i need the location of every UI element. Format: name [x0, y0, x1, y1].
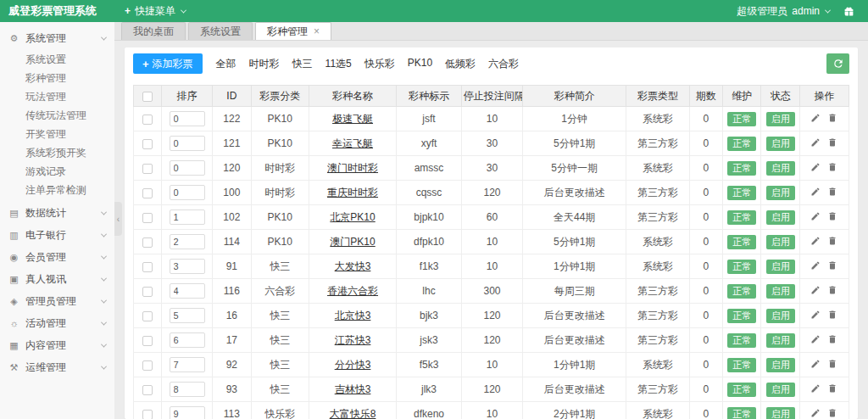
row-checkbox[interactable] [142, 262, 153, 272]
lottery-name-link[interactable]: 幸运飞艇 [332, 137, 373, 149]
status-badge[interactable]: 启用 [766, 383, 795, 397]
edit-icon[interactable] [810, 137, 821, 150]
edit-icon[interactable] [810, 310, 821, 322]
edit-icon[interactable] [810, 359, 821, 372]
sort-input[interactable] [170, 406, 205, 419]
row-checkbox[interactable] [142, 237, 153, 248]
sort-input[interactable] [170, 283, 205, 299]
row-checkbox[interactable] [142, 385, 153, 395]
sidebar-section-ops[interactable]: ⚒运维管理 [0, 356, 114, 378]
row-checkbox[interactable] [142, 287, 153, 297]
sidebar-section-content[interactable]: ▦内容管理 [0, 334, 114, 356]
sort-input[interactable] [170, 111, 205, 126]
edit-icon[interactable] [810, 162, 821, 175]
sidebar-item[interactable]: 游戏记录 [0, 162, 114, 181]
sidebar-section-chart[interactable]: ▤数据统计 [0, 202, 114, 224]
row-checkbox[interactable] [142, 311, 153, 321]
row-checkbox[interactable] [142, 188, 153, 198]
status-badge[interactable]: 启用 [766, 186, 795, 200]
edit-icon[interactable] [810, 383, 821, 396]
delete-icon[interactable] [827, 236, 837, 249]
edit-icon[interactable] [810, 211, 821, 224]
maintain-badge[interactable]: 正常 [727, 309, 756, 323]
sort-input[interactable] [170, 136, 205, 151]
sidebar-item[interactable]: 传统玩法管理 [0, 106, 114, 125]
status-badge[interactable]: 启用 [766, 235, 795, 249]
filter-link[interactable]: 时时彩 [249, 57, 280, 71]
delete-icon[interactable] [827, 162, 837, 175]
sidebar-collapse-handle[interactable]: ‹ [114, 202, 122, 236]
lottery-name-link[interactable]: 香港六合彩 [327, 285, 378, 297]
maintain-badge[interactable]: 正常 [727, 260, 756, 274]
user-menu[interactable]: 超级管理员 admin [737, 4, 830, 19]
maintain-badge[interactable]: 正常 [727, 137, 756, 151]
maintain-badge[interactable]: 正常 [727, 358, 756, 372]
lottery-name-link[interactable]: 重庆时时彩 [327, 187, 378, 198]
edit-icon[interactable] [810, 236, 821, 249]
maintain-badge[interactable]: 正常 [727, 407, 756, 419]
row-checkbox[interactable] [142, 213, 153, 223]
filter-link[interactable]: 六合彩 [488, 57, 519, 71]
lottery-name-link[interactable]: 澳门时时彩 [327, 162, 378, 174]
delete-icon[interactable] [827, 383, 837, 396]
filter-link[interactable]: PK10 [408, 57, 432, 71]
edit-icon[interactable] [810, 285, 821, 298]
delete-icon[interactable] [827, 113, 837, 126]
status-badge[interactable]: 启用 [766, 407, 795, 419]
filter-link[interactable]: 低频彩 [445, 57, 476, 71]
delete-icon[interactable] [827, 187, 837, 199]
delete-icon[interactable] [827, 334, 837, 347]
status-badge[interactable]: 启用 [766, 210, 795, 225]
status-badge[interactable]: 启用 [766, 260, 795, 274]
edit-icon[interactable] [810, 408, 821, 419]
sidebar-section-members[interactable]: ◉会员管理 [0, 246, 114, 268]
edit-icon[interactable] [810, 187, 821, 199]
refresh-button[interactable] [826, 53, 849, 74]
row-checkbox[interactable] [142, 115, 153, 125]
lottery-name-link[interactable]: 大发快3 [335, 260, 371, 272]
status-badge[interactable]: 启用 [766, 284, 795, 299]
sidebar-section-admin[interactable]: ◈管理员管理 [0, 290, 114, 312]
quick-menu-button[interactable]: + 快捷菜单 [125, 4, 186, 19]
filter-link[interactable]: 11选5 [326, 57, 352, 71]
sidebar-item[interactable]: 系统设置 [0, 50, 114, 69]
delete-icon[interactable] [827, 408, 837, 419]
sidebar-item[interactable]: 玩法管理 [0, 87, 114, 106]
sidebar-section-video[interactable]: ▣真人视讯 [0, 268, 114, 290]
edit-icon[interactable] [810, 334, 821, 347]
status-badge[interactable]: 启用 [766, 112, 795, 126]
maintain-badge[interactable]: 正常 [727, 383, 756, 397]
sidebar-item[interactable]: 系统彩预开奖 [0, 143, 114, 162]
delete-icon[interactable] [827, 260, 837, 273]
maintain-badge[interactable]: 正常 [727, 186, 756, 200]
lottery-name-link[interactable]: 北京快3 [335, 310, 371, 321]
lottery-name-link[interactable]: 分分快3 [335, 359, 371, 371]
row-checkbox[interactable] [142, 360, 153, 371]
maintain-badge[interactable]: 正常 [727, 112, 756, 126]
lottery-name-link[interactable]: 大富快乐8 [330, 408, 376, 419]
sidebar-section-activity[interactable]: ☼活动管理 [0, 312, 114, 334]
lottery-name-link[interactable]: 澳门PK10 [330, 236, 375, 248]
sort-input[interactable] [170, 332, 205, 348]
delete-icon[interactable] [827, 359, 837, 372]
status-badge[interactable]: 启用 [766, 161, 795, 176]
close-icon[interactable]: × [314, 26, 320, 36]
delete-icon[interactable] [827, 137, 837, 150]
status-badge[interactable]: 启用 [766, 309, 795, 323]
maintain-badge[interactable]: 正常 [727, 333, 756, 348]
filter-link[interactable]: 快三 [292, 57, 313, 71]
maintain-badge[interactable]: 正常 [727, 284, 756, 299]
edit-icon[interactable] [810, 113, 821, 126]
sort-input[interactable] [170, 382, 205, 397]
gift-icon[interactable] [843, 6, 854, 17]
row-checkbox[interactable] [142, 164, 153, 174]
lottery-name-link[interactable]: 北京PK10 [330, 211, 375, 223]
sidebar-item[interactable]: 开奖管理 [0, 125, 114, 143]
sort-input[interactable] [170, 160, 205, 176]
sort-input[interactable] [170, 234, 205, 249]
sort-input[interactable] [170, 259, 205, 274]
delete-icon[interactable] [827, 310, 837, 322]
maintain-badge[interactable]: 正常 [727, 210, 756, 225]
lottery-name-link[interactable]: 极速飞艇 [332, 113, 373, 125]
tab[interactable]: 系统设置 [188, 22, 253, 40]
